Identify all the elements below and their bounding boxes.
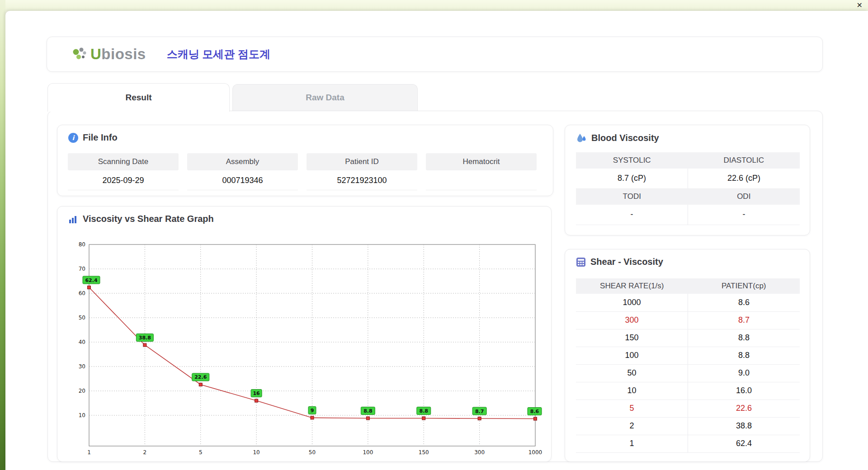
shear-table-body: 10008.63008.71508.81008.8509.01016.0522.… — [576, 294, 800, 452]
patient-column-header: PATIENT(cp) — [688, 278, 800, 294]
calculator-icon — [576, 257, 586, 267]
shear-row: 1008.8 — [576, 347, 800, 364]
shear-cell: 5 — [576, 400, 688, 417]
shear-rate-column-header: SHEAR RATE(1/s) — [576, 278, 688, 294]
viscosity-graph-card: 10203040506070801251050100150300100062.4… — [57, 206, 552, 462]
file-info-title: File Info — [83, 132, 118, 143]
desktop-top-strip — [0, 0, 868, 11]
field-value: 2025-09-29 — [68, 170, 179, 190]
shear-cell: 150 — [576, 329, 688, 347]
svg-text:50: 50 — [309, 449, 316, 456]
shear-cell: 2 — [576, 417, 688, 435]
ubiosis-logo-icon — [71, 47, 88, 62]
droplets-icon — [576, 132, 587, 143]
shear-cell: 100 — [576, 347, 688, 364]
svg-text:1: 1 — [87, 449, 91, 456]
diastolic-value: 22.6 (cP) — [688, 169, 800, 188]
shear-row: 1508.8 — [576, 329, 800, 347]
shear-row: 1016.0 — [576, 382, 800, 400]
svg-text:50: 50 — [79, 315, 85, 321]
odi-label: ODI — [688, 188, 800, 205]
close-window-button[interactable]: ✕ — [857, 1, 863, 10]
tab-raw-data[interactable]: Raw Data — [232, 84, 418, 111]
logo-text-rest: biosis — [101, 46, 146, 62]
field-value — [426, 170, 537, 190]
shear-row: 3008.7 — [576, 311, 800, 329]
shear-cell: 8.6 — [688, 294, 800, 311]
field-assembly: Assembly 000719346 — [187, 153, 298, 190]
svg-text:20: 20 — [79, 388, 85, 394]
svg-text:8.8: 8.8 — [420, 408, 429, 414]
file-info-card: i File Info Scanning Date 2025-09-29 Ass… — [57, 125, 553, 196]
blood-viscosity-title: Blood Viscosity — [591, 133, 659, 143]
svg-text:80: 80 — [79, 241, 85, 248]
svg-text:8.7: 8.7 — [475, 409, 484, 414]
shear-cell: 8.8 — [688, 329, 800, 347]
svg-text:2: 2 — [143, 449, 147, 456]
field-value: 000719346 — [187, 170, 298, 190]
odi-value: - — [688, 205, 800, 225]
field-label: Scanning Date — [68, 153, 179, 170]
page-title: 스캐닝 모세관 점도계 — [167, 47, 270, 61]
tab-result[interactable]: Result — [47, 83, 230, 112]
shear-cell: 1000 — [576, 294, 688, 311]
bar-chart-icon — [68, 214, 78, 224]
shear-viscosity-card: Shear - Viscosity SHEAR RATE(1/s) PATIEN… — [565, 249, 810, 462]
shear-cell: 8.7 — [688, 311, 800, 329]
field-hematocrit: Hematocrit — [426, 153, 537, 190]
field-value: 52721923100 — [307, 170, 417, 190]
shear-cell: 10 — [576, 382, 688, 400]
bv-header-row: SYSTOLIC DIASTOLIC — [576, 152, 800, 169]
viscosity-chart: 10203040506070801251050100150300100062.4… — [57, 207, 552, 462]
svg-text:62.4: 62.4 — [85, 277, 97, 283]
file-info-fields: Scanning Date 2025-09-29 Assembly 000719… — [68, 153, 537, 190]
shear-cell: 1 — [576, 435, 688, 452]
shear-cell: 9.0 — [688, 364, 800, 382]
graph-title: Viscosity vs Shear Rate Graph — [83, 214, 214, 224]
file-info-title-row: i File Info — [68, 132, 118, 143]
desktop-left-strip — [0, 0, 5, 470]
bv-value-row: 8.7 (cP) 22.6 (cP) — [576, 169, 800, 188]
shear-row: 162.4 — [576, 435, 800, 452]
logo-text-accent: U — [90, 46, 101, 62]
svg-text:16: 16 — [253, 390, 260, 396]
shear-cell: 300 — [576, 311, 688, 329]
blood-viscosity-table: SYSTOLIC DIASTOLIC 8.7 (cP) 22.6 (cP) TO… — [576, 152, 800, 225]
svg-text:9: 9 — [311, 408, 314, 414]
shear-viscosity-title: Shear - Viscosity — [590, 257, 663, 267]
shear-row: 509.0 — [576, 364, 800, 382]
app-header: Ubiosis 스캐닝 모세관 점도계 — [47, 37, 823, 72]
svg-text:150: 150 — [419, 449, 429, 456]
logo-text: Ubiosis — [90, 46, 146, 63]
svg-text:70: 70 — [79, 266, 85, 272]
shear-viscosity-title-row: Shear - Viscosity — [576, 257, 663, 267]
shear-row: 10008.6 — [576, 294, 800, 311]
svg-text:30: 30 — [79, 363, 85, 370]
shear-header-row: SHEAR RATE(1/s) PATIENT(cp) — [576, 278, 800, 294]
shear-cell: 8.8 — [688, 347, 800, 364]
todi-label: TODI — [576, 188, 688, 205]
shear-viscosity-table: SHEAR RATE(1/s) PATIENT(cp) 10008.63008.… — [576, 278, 800, 453]
svg-text:10: 10 — [253, 449, 259, 456]
svg-text:60: 60 — [79, 290, 85, 296]
shear-cell: 62.4 — [688, 435, 800, 452]
shear-row: 522.6 — [576, 400, 800, 417]
shear-cell: 38.8 — [688, 417, 800, 435]
field-scanning-date: Scanning Date 2025-09-29 — [68, 153, 179, 190]
shear-cell: 16.0 — [688, 382, 800, 400]
blood-viscosity-card: Blood Viscosity SYSTOLIC DIASTOLIC 8.7 (… — [565, 125, 810, 235]
diastolic-label: DIASTOLIC — [688, 152, 800, 169]
bv-value-row: - - — [576, 205, 800, 225]
graph-title-row: Viscosity vs Shear Rate Graph — [68, 214, 214, 224]
svg-text:100: 100 — [363, 449, 373, 456]
todi-value: - — [576, 205, 688, 225]
shear-cell: 22.6 — [688, 400, 800, 417]
blood-viscosity-title-row: Blood Viscosity — [576, 132, 659, 143]
svg-text:22.6: 22.6 — [194, 374, 207, 380]
shear-row: 238.8 — [576, 417, 800, 435]
field-label: Assembly — [187, 153, 298, 170]
svg-text:38.8: 38.8 — [139, 335, 151, 341]
svg-text:40: 40 — [79, 339, 85, 345]
shear-cell: 50 — [576, 364, 688, 382]
info-icon: i — [68, 133, 78, 143]
